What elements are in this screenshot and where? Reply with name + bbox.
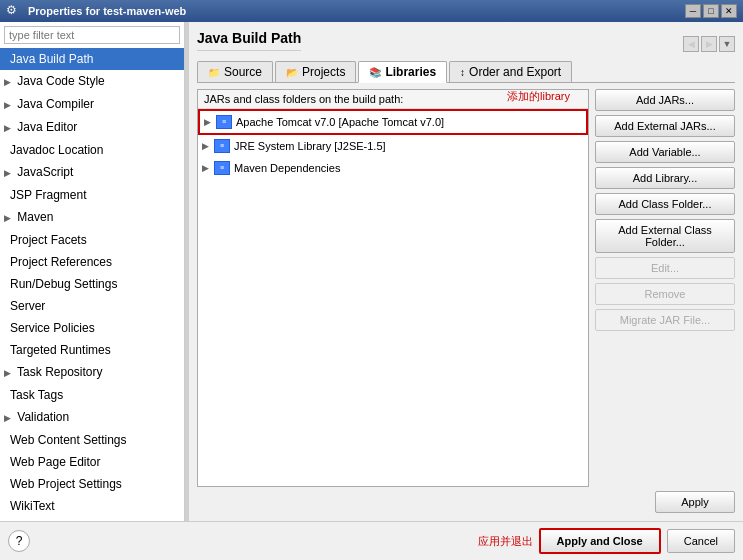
buttons-panel: Add JARs...Add External JARs...Add Varia…	[595, 89, 735, 487]
section-title: Java Build Path	[197, 30, 301, 51]
jar-list-area: JARs and class folders on the build path…	[197, 89, 589, 487]
lib-icon: ≡	[216, 115, 232, 129]
apply-close-button[interactable]: Apply and Close	[539, 528, 661, 554]
tree-item-text-tomcat: Apache Tomcat v7.0 [Apache Tomcat v7.0]	[236, 113, 444, 131]
arrow-icon: ▶	[4, 364, 14, 382]
tab-projects[interactable]: 📂Projects	[275, 61, 356, 82]
arrow-icon: ▶	[4, 209, 14, 227]
sidebar-item-task-repository[interactable]: ▶ Task Repository	[0, 361, 184, 384]
sidebar: Java Build Path▶ Java Code Style▶ Java C…	[0, 22, 185, 521]
sidebar-item-web-project-settings[interactable]: Web Project Settings	[0, 473, 184, 495]
tab-source[interactable]: 📁Source	[197, 61, 273, 82]
window-controls: ─ □ ✕	[685, 4, 737, 18]
top-section: Java Build Path▶ Java Code Style▶ Java C…	[0, 22, 743, 521]
tab-label-projects: Projects	[302, 65, 345, 79]
remove-button: Remove	[595, 283, 735, 305]
sidebar-item-java-code-style[interactable]: ▶ Java Code Style	[0, 70, 184, 93]
filter-input[interactable]	[4, 26, 180, 44]
arrow-icon: ▶	[4, 73, 14, 91]
jar-list: ▶≡Apache Tomcat v7.0 [Apache Tomcat v7.0…	[198, 109, 588, 486]
tree-item-text-maven-deps: Maven Dependencies	[234, 159, 340, 177]
sidebar-item-targeted-runtimes[interactable]: Targeted Runtimes	[0, 339, 184, 361]
expand-arrow-icon: ▶	[202, 137, 214, 155]
tab-label-order-export: Order and Export	[469, 65, 561, 79]
add-variable-button[interactable]: Add Variable...	[595, 141, 735, 163]
migrate-jar-button: Migrate JAR File...	[595, 309, 735, 331]
tab-label-source: Source	[224, 65, 262, 79]
help-button[interactable]: ?	[8, 530, 30, 552]
tab-icon-projects: 📂	[286, 67, 298, 78]
sidebar-item-web-content-settings[interactable]: Web Content Settings	[0, 429, 184, 451]
add-class-folder-button[interactable]: Add Class Folder...	[595, 193, 735, 215]
sidebar-item-jsp-fragment[interactable]: JSP Fragment	[0, 184, 184, 206]
restore-button[interactable]: □	[703, 4, 719, 18]
sidebar-item-java-build-path[interactable]: Java Build Path	[0, 48, 184, 70]
minimize-button[interactable]: ─	[685, 4, 701, 18]
sidebar-item-java-compiler[interactable]: ▶ Java Compiler	[0, 93, 184, 116]
tab-libraries[interactable]: 📚Libraries	[358, 61, 447, 83]
nav-arrows: ◀ ▶ ▼	[683, 36, 735, 52]
sidebar-item-javascript[interactable]: ▶ JavaScript	[0, 161, 184, 184]
sidebar-item-javadoc-location[interactable]: Javadoc Location	[0, 139, 184, 161]
sidebar-item-maven[interactable]: ▶ Maven	[0, 206, 184, 229]
add-external-jars-button[interactable]: Add External JARs...	[595, 115, 735, 137]
arrow-icon: ▶	[4, 164, 14, 182]
bottom-bar: ? 应用并退出 Apply and Close Cancel	[0, 521, 743, 560]
sidebar-item-project-facets[interactable]: Project Facets	[0, 229, 184, 251]
lib-icon: ≡	[214, 161, 230, 175]
title-bar: ⚙ Properties for test-maven-web ─ □ ✕	[0, 0, 743, 22]
tab-order-export[interactable]: ↕Order and Export	[449, 61, 572, 82]
sidebar-item-run-debug-settings[interactable]: Run/Debug Settings	[0, 273, 184, 295]
window-icon: ⚙	[6, 3, 22, 19]
tab-label-libraries: Libraries	[385, 65, 436, 79]
tab-bar: 📁Source📂Projects📚Libraries↕Order and Exp…	[197, 61, 735, 83]
bottom-left: ?	[8, 530, 30, 552]
add-external-class-folder-button[interactable]: Add External Class Folder...	[595, 219, 735, 253]
expand-arrow-icon: ▶	[202, 159, 214, 177]
expand-arrow-icon: ▶	[204, 113, 216, 131]
sidebar-item-service-policies[interactable]: Service Policies	[0, 317, 184, 339]
sidebar-item-server[interactable]: Server	[0, 295, 184, 317]
arrow-icon: ▶	[4, 119, 14, 137]
dialog-body: Java Build Path▶ Java Code Style▶ Java C…	[0, 22, 743, 560]
close-button[interactable]: ✕	[721, 4, 737, 18]
sidebar-list: Java Build Path▶ Java Code Style▶ Java C…	[0, 48, 184, 521]
tab-icon-libraries: 📚	[369, 67, 381, 78]
tree-item-maven-deps[interactable]: ▶≡Maven Dependencies	[198, 157, 588, 179]
sidebar-item-project-references[interactable]: Project References	[0, 251, 184, 273]
sidebar-item-validation[interactable]: ▶ Validation	[0, 406, 184, 429]
apply-row: Apply	[197, 487, 735, 513]
sidebar-item-wikitext[interactable]: WikiText	[0, 495, 184, 517]
arrow-icon: ▶	[4, 96, 14, 114]
nav-dropdown-button[interactable]: ▼	[719, 36, 735, 52]
arrow-icon: ▶	[4, 409, 14, 427]
edit-button: Edit...	[595, 257, 735, 279]
apply-button[interactable]: Apply	[655, 491, 735, 513]
tab-icon-source: 📁	[208, 67, 220, 78]
content-area: JARs and class folders on the build path…	[197, 89, 735, 487]
tree-item-jre[interactable]: ▶≡JRE System Library [J2SE-1.5]	[198, 135, 588, 157]
sidebar-item-web-page-editor[interactable]: Web Page Editor	[0, 451, 184, 473]
window-title: Properties for test-maven-web	[28, 5, 685, 17]
tree-item-tomcat[interactable]: ▶≡Apache Tomcat v7.0 [Apache Tomcat v7.0…	[198, 109, 588, 135]
bottom-right: 应用并退出 Apply and Close Cancel	[478, 528, 735, 554]
jar-list-label: JARs and class folders on the build path…	[198, 90, 588, 109]
section-header-row: Java Build Path ◀ ▶ ▼	[197, 30, 735, 57]
sidebar-item-java-editor[interactable]: ▶ Java Editor	[0, 116, 184, 139]
add-jars-button[interactable]: Add JARs...	[595, 89, 735, 111]
lib-icon: ≡	[214, 139, 230, 153]
tree-item-text-jre: JRE System Library [J2SE-1.5]	[234, 137, 386, 155]
sidebar-item-task-tags[interactable]: Task Tags	[0, 384, 184, 406]
nav-back-button[interactable]: ◀	[683, 36, 699, 52]
nav-fwd-button[interactable]: ▶	[701, 36, 717, 52]
main-area: Java Build Path ◀ ▶ ▼ 📁Source📂Projects📚L…	[189, 22, 743, 521]
tab-icon-order-export: ↕	[460, 67, 465, 78]
cancel-button[interactable]: Cancel	[667, 529, 735, 553]
chinese-hint-text: 应用并退出	[478, 534, 533, 549]
add-library-button[interactable]: Add Library...	[595, 167, 735, 189]
